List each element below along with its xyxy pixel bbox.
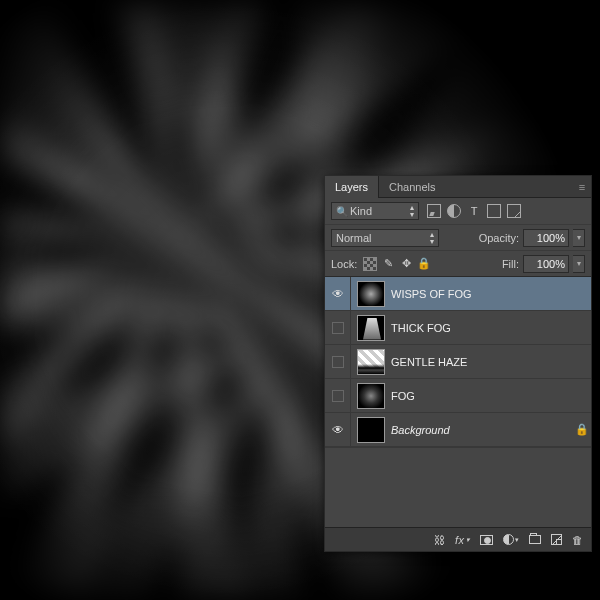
- new-group-icon[interactable]: [529, 535, 541, 544]
- lock-indicator-icon: 🔒: [573, 423, 591, 436]
- eye-icon: 👁: [332, 423, 344, 437]
- layers-list: 👁WISPS OF FOGTHICK FOGGENTLE HAZEFOG👁Bac…: [325, 277, 591, 447]
- layer-row[interactable]: 👁Background🔒: [325, 413, 591, 447]
- fill-field[interactable]: 100%: [523, 255, 569, 273]
- layers-panel: Layers Channels ≡ 🔍 Kind ▴▾ T Normal ▴▾ …: [324, 175, 592, 552]
- new-layer-icon[interactable]: [551, 534, 562, 545]
- lock-pixels-icon[interactable]: ✎: [381, 257, 395, 271]
- layer-fx-icon[interactable]: fx▾: [455, 534, 470, 546]
- panel-menu-icon[interactable]: ≡: [573, 181, 591, 193]
- layer-row[interactable]: 👁WISPS OF FOG: [325, 277, 591, 311]
- lock-all-icon[interactable]: 🔒: [417, 257, 431, 271]
- layer-row[interactable]: THICK FOG: [325, 311, 591, 345]
- layers-empty-area: [325, 447, 591, 527]
- visibility-off-icon: [332, 322, 344, 334]
- link-layers-icon[interactable]: ⛓: [434, 534, 445, 546]
- layer-row[interactable]: GENTLE HAZE: [325, 345, 591, 379]
- eye-icon: 👁: [332, 287, 344, 301]
- delete-layer-icon[interactable]: 🗑: [572, 534, 583, 546]
- lock-transparency-icon[interactable]: [363, 257, 377, 271]
- visibility-off-icon: [332, 356, 344, 368]
- filter-row: 🔍 Kind ▴▾ T: [325, 198, 591, 225]
- opacity-dropdown-icon[interactable]: ▾: [573, 229, 585, 247]
- adjustment-layer-icon[interactable]: ▾: [503, 534, 519, 545]
- layer-thumbnail[interactable]: [357, 417, 385, 443]
- fill-label: Fill:: [502, 258, 519, 270]
- opacity-field[interactable]: 100%: [523, 229, 569, 247]
- panel-footer: ⛓ fx▾ ▾ 🗑: [325, 527, 591, 551]
- blend-mode-value: Normal: [336, 232, 371, 244]
- layer-thumbnail[interactable]: [357, 315, 385, 341]
- layer-name[interactable]: GENTLE HAZE: [391, 356, 573, 368]
- layer-name[interactable]: FOG: [391, 390, 573, 402]
- visibility-off-icon: [332, 390, 344, 402]
- lock-position-icon[interactable]: ✥: [399, 257, 413, 271]
- filter-shape-icon[interactable]: [487, 204, 501, 218]
- opacity-label: Opacity:: [479, 232, 519, 244]
- visibility-toggle[interactable]: 👁: [325, 277, 351, 310]
- visibility-toggle[interactable]: [325, 379, 351, 412]
- tab-layers[interactable]: Layers: [325, 176, 379, 198]
- visibility-toggle[interactable]: 👁: [325, 413, 351, 446]
- layer-name[interactable]: WISPS OF FOG: [391, 288, 573, 300]
- blend-row: Normal ▴▾ Opacity: 100% ▾: [325, 225, 591, 251]
- tab-channels[interactable]: Channels: [379, 176, 445, 198]
- layer-name[interactable]: Background: [391, 424, 573, 436]
- visibility-toggle[interactable]: [325, 311, 351, 344]
- layer-row[interactable]: FOG: [325, 379, 591, 413]
- add-mask-icon[interactable]: [480, 535, 493, 545]
- search-icon: 🔍: [336, 206, 348, 217]
- panel-tabs: Layers Channels ≡: [325, 176, 591, 198]
- filter-smart-icon[interactable]: [507, 204, 521, 218]
- filter-type-icon[interactable]: T: [467, 204, 481, 218]
- lock-label: Lock:: [331, 258, 357, 270]
- layer-thumbnail[interactable]: [357, 281, 385, 307]
- layer-name[interactable]: THICK FOG: [391, 322, 573, 334]
- filter-adjust-icon[interactable]: [447, 204, 461, 218]
- fill-dropdown-icon[interactable]: ▾: [573, 255, 585, 273]
- blend-mode-select[interactable]: Normal ▴▾: [331, 229, 439, 247]
- visibility-toggle[interactable]: [325, 345, 351, 378]
- lock-row: Lock: ✎ ✥ 🔒 Fill: 100% ▾: [325, 251, 591, 277]
- filter-pixel-icon[interactable]: [427, 204, 441, 218]
- filter-kind-label: Kind: [350, 205, 372, 217]
- filter-kind-select[interactable]: 🔍 Kind ▴▾: [331, 202, 419, 220]
- layer-thumbnail[interactable]: [357, 349, 385, 375]
- layer-thumbnail[interactable]: [357, 383, 385, 409]
